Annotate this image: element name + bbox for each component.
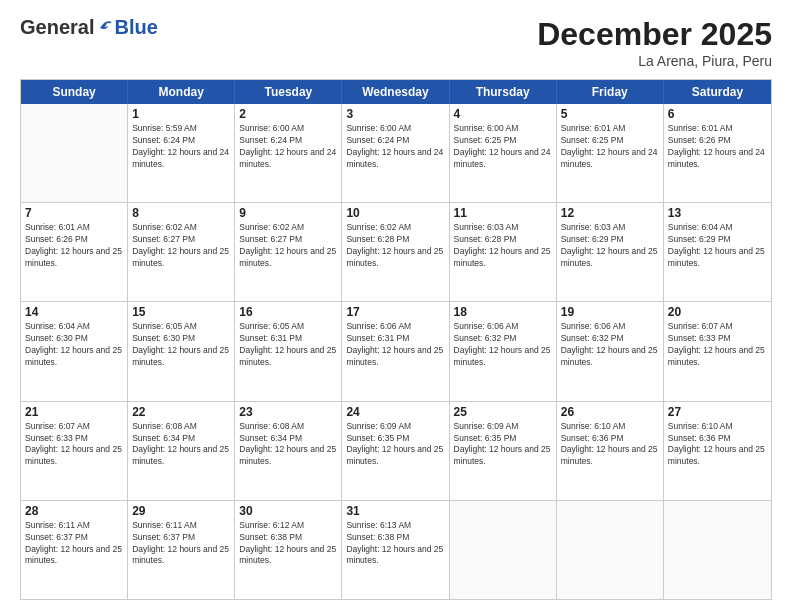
- cell-info: Sunrise: 6:01 AM Sunset: 6:26 PM Dayligh…: [25, 222, 123, 270]
- calendar-cell: 3Sunrise: 6:00 AM Sunset: 6:24 PM Daylig…: [342, 104, 449, 202]
- calendar: Sunday Monday Tuesday Wednesday Thursday…: [20, 79, 772, 600]
- calendar-cell: 6Sunrise: 6:01 AM Sunset: 6:26 PM Daylig…: [664, 104, 771, 202]
- calendar-cell: [664, 501, 771, 599]
- cell-info: Sunrise: 6:06 AM Sunset: 6:31 PM Dayligh…: [346, 321, 444, 369]
- header-monday: Monday: [128, 80, 235, 104]
- calendar-cell: 17Sunrise: 6:06 AM Sunset: 6:31 PM Dayli…: [342, 302, 449, 400]
- cell-info: Sunrise: 6:10 AM Sunset: 6:36 PM Dayligh…: [668, 421, 767, 469]
- calendar-row: 28Sunrise: 6:11 AM Sunset: 6:37 PM Dayli…: [21, 501, 771, 599]
- cell-info: Sunrise: 6:04 AM Sunset: 6:30 PM Dayligh…: [25, 321, 123, 369]
- day-number: 9: [239, 206, 337, 220]
- day-number: 14: [25, 305, 123, 319]
- cell-info: Sunrise: 6:10 AM Sunset: 6:36 PM Dayligh…: [561, 421, 659, 469]
- calendar-header: Sunday Monday Tuesday Wednesday Thursday…: [21, 80, 771, 104]
- calendar-cell: 9Sunrise: 6:02 AM Sunset: 6:27 PM Daylig…: [235, 203, 342, 301]
- month-title: December 2025: [537, 16, 772, 53]
- calendar-cell: 28Sunrise: 6:11 AM Sunset: 6:37 PM Dayli…: [21, 501, 128, 599]
- calendar-cell: 22Sunrise: 6:08 AM Sunset: 6:34 PM Dayli…: [128, 402, 235, 500]
- logo-bird-icon: [95, 19, 113, 37]
- cell-info: Sunrise: 6:00 AM Sunset: 6:25 PM Dayligh…: [454, 123, 552, 171]
- calendar-body: 1Sunrise: 5:59 AM Sunset: 6:24 PM Daylig…: [21, 104, 771, 599]
- day-number: 23: [239, 405, 337, 419]
- header-thursday: Thursday: [450, 80, 557, 104]
- calendar-cell: [450, 501, 557, 599]
- cell-info: Sunrise: 6:02 AM Sunset: 6:28 PM Dayligh…: [346, 222, 444, 270]
- subtitle: La Arena, Piura, Peru: [537, 53, 772, 69]
- logo: GeneralBlue: [20, 16, 158, 39]
- calendar-cell: 25Sunrise: 6:09 AM Sunset: 6:35 PM Dayli…: [450, 402, 557, 500]
- cell-info: Sunrise: 6:05 AM Sunset: 6:30 PM Dayligh…: [132, 321, 230, 369]
- calendar-cell: 16Sunrise: 6:05 AM Sunset: 6:31 PM Dayli…: [235, 302, 342, 400]
- cell-info: Sunrise: 6:05 AM Sunset: 6:31 PM Dayligh…: [239, 321, 337, 369]
- day-number: 15: [132, 305, 230, 319]
- calendar-cell: 19Sunrise: 6:06 AM Sunset: 6:32 PM Dayli…: [557, 302, 664, 400]
- day-number: 17: [346, 305, 444, 319]
- calendar-cell: 1Sunrise: 5:59 AM Sunset: 6:24 PM Daylig…: [128, 104, 235, 202]
- calendar-cell: 15Sunrise: 6:05 AM Sunset: 6:30 PM Dayli…: [128, 302, 235, 400]
- day-number: 22: [132, 405, 230, 419]
- logo-text: GeneralBlue: [20, 16, 158, 39]
- cell-info: Sunrise: 6:08 AM Sunset: 6:34 PM Dayligh…: [239, 421, 337, 469]
- day-number: 16: [239, 305, 337, 319]
- cell-info: Sunrise: 5:59 AM Sunset: 6:24 PM Dayligh…: [132, 123, 230, 171]
- cell-info: Sunrise: 6:02 AM Sunset: 6:27 PM Dayligh…: [132, 222, 230, 270]
- day-number: 28: [25, 504, 123, 518]
- cell-info: Sunrise: 6:04 AM Sunset: 6:29 PM Dayligh…: [668, 222, 767, 270]
- calendar-cell: 23Sunrise: 6:08 AM Sunset: 6:34 PM Dayli…: [235, 402, 342, 500]
- header-wednesday: Wednesday: [342, 80, 449, 104]
- calendar-cell: 29Sunrise: 6:11 AM Sunset: 6:37 PM Dayli…: [128, 501, 235, 599]
- calendar-cell: 24Sunrise: 6:09 AM Sunset: 6:35 PM Dayli…: [342, 402, 449, 500]
- calendar-cell: 31Sunrise: 6:13 AM Sunset: 6:38 PM Dayli…: [342, 501, 449, 599]
- cell-info: Sunrise: 6:02 AM Sunset: 6:27 PM Dayligh…: [239, 222, 337, 270]
- calendar-cell: 11Sunrise: 6:03 AM Sunset: 6:28 PM Dayli…: [450, 203, 557, 301]
- calendar-cell: 4Sunrise: 6:00 AM Sunset: 6:25 PM Daylig…: [450, 104, 557, 202]
- header-friday: Friday: [557, 80, 664, 104]
- calendar-cell: 14Sunrise: 6:04 AM Sunset: 6:30 PM Dayli…: [21, 302, 128, 400]
- day-number: 10: [346, 206, 444, 220]
- day-number: 8: [132, 206, 230, 220]
- day-number: 25: [454, 405, 552, 419]
- cell-info: Sunrise: 6:08 AM Sunset: 6:34 PM Dayligh…: [132, 421, 230, 469]
- cell-info: Sunrise: 6:11 AM Sunset: 6:37 PM Dayligh…: [25, 520, 123, 568]
- page: GeneralBlue December 2025 La Arena, Piur…: [0, 0, 792, 612]
- calendar-cell: 20Sunrise: 6:07 AM Sunset: 6:33 PM Dayli…: [664, 302, 771, 400]
- calendar-row: 14Sunrise: 6:04 AM Sunset: 6:30 PM Dayli…: [21, 302, 771, 401]
- cell-info: Sunrise: 6:00 AM Sunset: 6:24 PM Dayligh…: [346, 123, 444, 171]
- day-number: 11: [454, 206, 552, 220]
- day-number: 27: [668, 405, 767, 419]
- cell-info: Sunrise: 6:07 AM Sunset: 6:33 PM Dayligh…: [668, 321, 767, 369]
- calendar-row: 1Sunrise: 5:59 AM Sunset: 6:24 PM Daylig…: [21, 104, 771, 203]
- cell-info: Sunrise: 6:00 AM Sunset: 6:24 PM Dayligh…: [239, 123, 337, 171]
- cell-info: Sunrise: 6:01 AM Sunset: 6:26 PM Dayligh…: [668, 123, 767, 171]
- calendar-cell: 12Sunrise: 6:03 AM Sunset: 6:29 PM Dayli…: [557, 203, 664, 301]
- cell-info: Sunrise: 6:13 AM Sunset: 6:38 PM Dayligh…: [346, 520, 444, 568]
- day-number: 6: [668, 107, 767, 121]
- day-number: 31: [346, 504, 444, 518]
- calendar-cell: 8Sunrise: 6:02 AM Sunset: 6:27 PM Daylig…: [128, 203, 235, 301]
- calendar-cell: 2Sunrise: 6:00 AM Sunset: 6:24 PM Daylig…: [235, 104, 342, 202]
- cell-info: Sunrise: 6:06 AM Sunset: 6:32 PM Dayligh…: [454, 321, 552, 369]
- cell-info: Sunrise: 6:07 AM Sunset: 6:33 PM Dayligh…: [25, 421, 123, 469]
- calendar-cell: 30Sunrise: 6:12 AM Sunset: 6:38 PM Dayli…: [235, 501, 342, 599]
- calendar-cell: 18Sunrise: 6:06 AM Sunset: 6:32 PM Dayli…: [450, 302, 557, 400]
- header-sunday: Sunday: [21, 80, 128, 104]
- day-number: 5: [561, 107, 659, 121]
- logo-blue: Blue: [114, 16, 157, 39]
- calendar-cell: 7Sunrise: 6:01 AM Sunset: 6:26 PM Daylig…: [21, 203, 128, 301]
- cell-info: Sunrise: 6:09 AM Sunset: 6:35 PM Dayligh…: [454, 421, 552, 469]
- day-number: 4: [454, 107, 552, 121]
- calendar-cell: 5Sunrise: 6:01 AM Sunset: 6:25 PM Daylig…: [557, 104, 664, 202]
- title-section: December 2025 La Arena, Piura, Peru: [537, 16, 772, 69]
- day-number: 1: [132, 107, 230, 121]
- calendar-cell: [557, 501, 664, 599]
- calendar-row: 21Sunrise: 6:07 AM Sunset: 6:33 PM Dayli…: [21, 402, 771, 501]
- calendar-cell: 21Sunrise: 6:07 AM Sunset: 6:33 PM Dayli…: [21, 402, 128, 500]
- day-number: 29: [132, 504, 230, 518]
- header-saturday: Saturday: [664, 80, 771, 104]
- day-number: 24: [346, 405, 444, 419]
- calendar-cell: 26Sunrise: 6:10 AM Sunset: 6:36 PM Dayli…: [557, 402, 664, 500]
- day-number: 20: [668, 305, 767, 319]
- day-number: 21: [25, 405, 123, 419]
- calendar-cell: 10Sunrise: 6:02 AM Sunset: 6:28 PM Dayli…: [342, 203, 449, 301]
- day-number: 30: [239, 504, 337, 518]
